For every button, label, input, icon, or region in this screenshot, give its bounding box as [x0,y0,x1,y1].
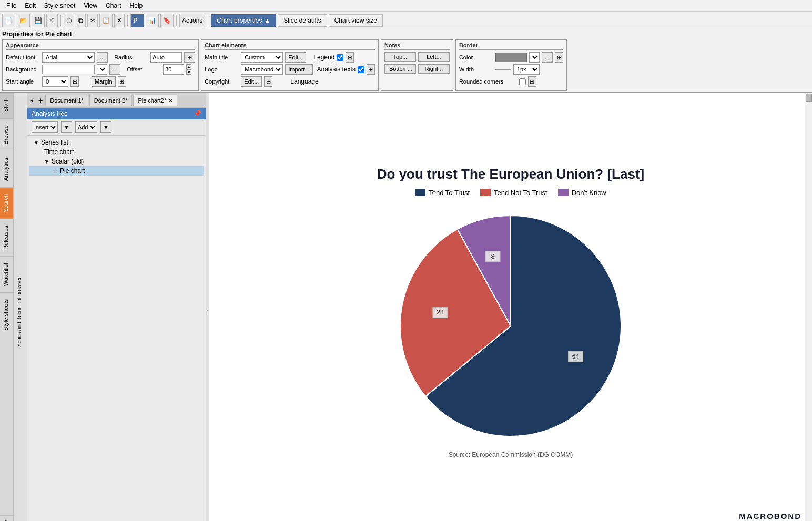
notes-top-button[interactable]: Top... [384,52,416,62]
p-button[interactable]: P [130,14,144,27]
start-angle-select[interactable]: 0 [42,76,68,87]
rounded-expand[interactable]: ⊞ [528,76,536,87]
offset-input[interactable] [163,64,184,75]
notes-bottom-button[interactable]: Bottom... [384,64,416,74]
font-select[interactable]: Arial [42,52,95,63]
copyright-expand[interactable]: ⊟ [264,76,272,87]
start-angle-expand[interactable]: ⊟ [70,76,79,87]
legend-label-2: Tend Not To Trust [494,189,547,197]
tab-add-button[interactable]: + [36,95,45,106]
analysis-texts-checkbox[interactable] [358,66,364,73]
menu-stylesheet[interactable]: Style sheet [40,1,79,11]
font-browse-button[interactable]: ... [97,52,108,63]
legend-checkbox[interactable] [337,54,343,61]
analysis-texts-label: Analysis texts [317,66,356,73]
delete-button[interactable]: ✕ [114,14,125,27]
margin-button[interactable]: Margin [92,76,116,87]
start-angle-row: Start angle 0 ⊟ Margin ⊞ [6,76,195,87]
bookmark-button[interactable]: 🔖 [160,14,174,27]
color-browse[interactable]: ... [542,52,553,63]
chart-view-button[interactable]: Chart view size [329,14,383,27]
main-title-select[interactable]: Custom [241,52,283,63]
notes-right-button[interactable]: Right... [418,64,450,74]
bg-select[interactable] [97,64,107,75]
notes-left-button[interactable]: Left... [418,52,450,62]
scalar-old-item[interactable]: ▼ Scalar (old) [29,157,204,166]
copy-button[interactable]: ⧉ [76,14,86,27]
insert-arrow-btn[interactable]: ▼ [61,121,72,133]
series-list-item[interactable]: ▼ Series list [29,138,204,147]
margin-expand[interactable]: ⊞ [118,76,126,87]
doc2-tab[interactable]: Document 2* [89,95,133,106]
add-arrow-btn[interactable]: ▼ [100,121,111,133]
scalar-label: Scalar (old) [52,158,84,165]
logo-select[interactable]: Macrobond [241,64,283,75]
color-swatch[interactable] [495,53,527,62]
menu-file[interactable]: File [2,1,21,11]
bg-swatch[interactable] [42,65,95,74]
main-title-edit[interactable]: Edit... [285,52,306,63]
width-select[interactable]: 1px [513,64,540,75]
releases-tab[interactable]: Releases [0,219,13,256]
color-select[interactable] [529,52,540,63]
doc1-tab[interactable]: Document 1* [45,95,88,106]
notes-top-left-row: Top... Left... [384,52,450,63]
appearance-section: Appearance Default font Arial ... Radius… [2,39,199,91]
expand-button[interactable]: ❯ [0,516,13,521]
rounded-checkbox[interactable] [519,78,526,85]
radius-input[interactable] [150,52,182,63]
chart-properties-button[interactable]: Chart properties ▲ [211,14,276,27]
menu-view[interactable]: View [79,1,102,11]
bg-label: Background [6,66,40,73]
offset-down[interactable]: ▼ [186,69,191,75]
logo-import[interactable]: Import... [285,64,312,75]
add-select[interactable]: Add [75,121,97,133]
color-expand[interactable]: ⊞ [555,52,563,63]
scrollbar-v[interactable] [805,93,812,521]
series-browser-label[interactable]: Series and document browser [14,93,27,521]
open-button[interactable]: 📂 [17,14,30,27]
chart-props-label: Chart properties [217,17,262,24]
print-button[interactable]: 🖨 [46,14,58,27]
start-tab[interactable]: Start [0,93,13,118]
save-button[interactable]: 💾 [32,14,45,27]
legend-label: Legend [313,54,334,61]
share-button[interactable]: ⬡ [64,14,74,27]
menu-edit[interactable]: Edit [21,1,40,11]
slice-defaults-button[interactable]: Slice defaults [278,14,327,27]
copyright-edit[interactable]: Edit... [241,76,262,87]
watchlist-tab[interactable]: Watchlist [0,256,13,292]
new-button[interactable]: 📄 [2,14,15,27]
stylesheets-tab[interactable]: Style sheets [0,292,13,337]
bg-browse-button[interactable]: ... [109,64,120,75]
search-tab[interactable]: Search [0,187,13,219]
cut-button[interactable]: ✂ [87,14,98,27]
paste-button[interactable]: 📋 [99,14,113,27]
chart-type-button[interactable]: 📊 [146,14,159,27]
actions-button[interactable]: Actions [179,14,205,27]
scrollbar-thumb[interactable] [806,94,812,102]
radius-expand-button[interactable]: ⊞ [184,52,195,63]
menu-chart[interactable]: Chart [102,1,125,11]
label-text-1: 28 [437,309,444,316]
legend-expand[interactable]: ⊞ [346,52,354,63]
offset-up[interactable]: ▲ [186,64,191,69]
insert-select[interactable]: Insert [32,121,58,133]
pie-tab-close[interactable]: ✕ [168,98,172,104]
side-tabs: Start Browse Analytics Search Releases W… [0,93,14,521]
chart-legend: Tend To Trust Tend Not To Trust Don't Kn… [415,189,606,197]
pie-tab[interactable]: Pie chart2* ✕ [133,95,177,106]
toolbar: 📄 📂 💾 🖨 ⬡ ⧉ ✂ 📋 ✕ P 📊 🔖 Actions Chart pr… [0,12,812,29]
menu-help[interactable]: Help [126,1,147,11]
pie-chart-item[interactable]: ☆ Pie chart [29,166,204,176]
pie-chart-label: Pie chart [60,167,85,175]
time-chart-item[interactable]: Time chart [29,147,204,157]
browse-tab[interactable]: Browse [0,118,13,151]
notes-bottom-right-row: Bottom... Right... [384,64,450,75]
tree-content: ▼ Series list Time chart ▼ Scalar (old) … [27,136,206,521]
tab-arrow-left[interactable]: ◂ [27,96,36,105]
analytics-tab[interactable]: Analytics [0,151,13,187]
properties-panel: Properties for Pie chart Appearance Defa… [0,29,812,93]
analysis-texts-expand[interactable]: ⊞ [367,64,375,75]
width-row: Width 1px [459,64,563,75]
